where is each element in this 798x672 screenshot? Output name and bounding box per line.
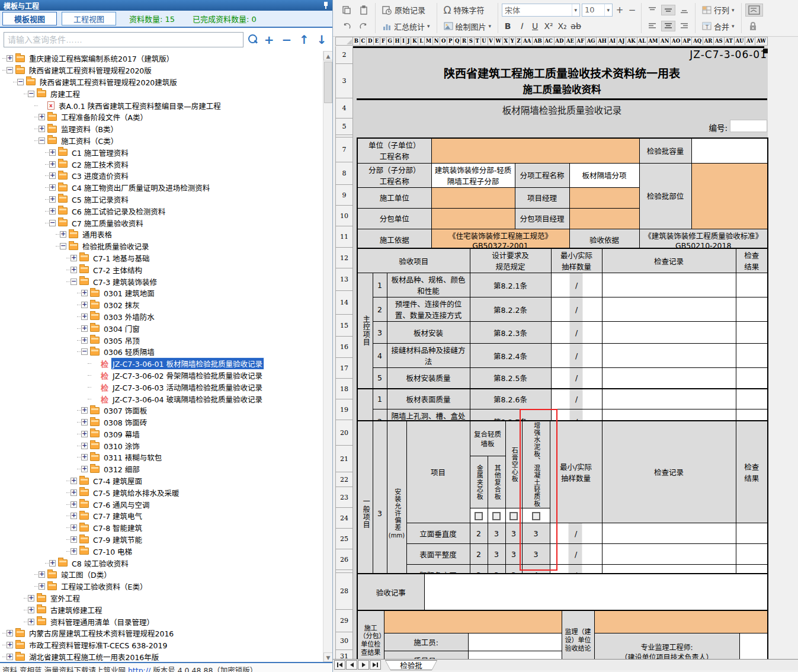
row-header-13[interactable]: 13 bbox=[335, 268, 353, 291]
expand-icon[interactable]: + bbox=[81, 466, 88, 472]
merge-cells-button[interactable]: T 合并▾ bbox=[699, 19, 738, 34]
subcontractor-cell[interactable] bbox=[431, 208, 515, 229]
align-left-button[interactable] bbox=[645, 21, 659, 31]
sampling-cell[interactable]: / bbox=[550, 544, 602, 565]
column-header-X[interactable]: X bbox=[503, 37, 509, 46]
tree-item-label[interactable]: 陕西省建筑工程资料管理规程2020建筑版 bbox=[39, 76, 178, 88]
column-header-AU[interactable]: AU bbox=[735, 37, 746, 46]
tree-item-label[interactable]: C7-8 智能建筑 bbox=[92, 522, 143, 533]
column-header-AR[interactable]: AR bbox=[703, 37, 714, 46]
tree-item-label[interactable]: C7-10 电梯 bbox=[92, 546, 133, 557]
row-header-9[interactable]: 9 bbox=[335, 185, 353, 206]
builder-sign-cell[interactable] bbox=[468, 633, 562, 651]
column-header-I[interactable]: I bbox=[401, 37, 406, 46]
metal-core-checkbox[interactable] bbox=[475, 512, 483, 520]
tree-item[interactable]: +工程竣工验收资料（E类） bbox=[0, 581, 332, 593]
row-header-29[interactable]: 29 bbox=[335, 610, 353, 632]
sampling-cell[interactable]: / bbox=[551, 297, 602, 322]
collapse-icon[interactable]: − bbox=[81, 348, 88, 355]
tree-item[interactable]: +湖北省建筑工程施工统一用表2016年版 bbox=[0, 651, 332, 662]
row-header-5[interactable]: 5 bbox=[335, 119, 353, 135]
font-family-select[interactable]: 宋体▾ bbox=[502, 4, 580, 17]
tree-item[interactable]: +古建筑修建工程 bbox=[0, 604, 332, 616]
tree-item-label[interactable]: 0306 轻质隔墙 bbox=[102, 346, 156, 357]
column-header-Z[interactable]: Z bbox=[516, 37, 523, 46]
tree-item[interactable]: +0308 饰面砖 bbox=[0, 417, 332, 428]
tree-item-label[interactable]: C2 施工技术资料 bbox=[70, 159, 130, 170]
column-header-O[interactable]: O bbox=[440, 37, 447, 46]
column-header-AF[interactable]: AF bbox=[576, 37, 586, 46]
contractor-check-cell[interactable] bbox=[384, 610, 562, 633]
tree-item-label[interactable]: 0304 门窗 bbox=[102, 323, 141, 334]
expand-icon[interactable]: + bbox=[49, 172, 56, 179]
expand-icon[interactable]: + bbox=[7, 55, 13, 62]
underline-button[interactable]: U bbox=[529, 21, 541, 31]
tree-item[interactable]: +C7-10 电梯 bbox=[0, 545, 332, 557]
tree-item[interactable]: +C7-7 建筑电气 bbox=[0, 510, 332, 522]
sampling-cell[interactable]: / bbox=[550, 523, 602, 544]
tree-item-label[interactable]: C3 进度造价资料 bbox=[70, 170, 130, 181]
column-header-G[interactable]: G bbox=[387, 37, 394, 46]
tree-item-label[interactable]: 0312 细部 bbox=[102, 463, 141, 475]
expand-icon[interactable]: + bbox=[70, 478, 77, 484]
expand-icon[interactable]: + bbox=[81, 407, 88, 414]
prev-result-button[interactable]: ↑ bbox=[297, 34, 312, 46]
tree-item-label[interactable]: 古建筑修建工程 bbox=[49, 604, 104, 616]
column-header-AO[interactable]: AO bbox=[671, 37, 682, 46]
column-header-Q[interactable]: Q bbox=[454, 37, 461, 46]
superscript-button[interactable]: X² bbox=[543, 21, 555, 31]
expand-icon[interactable]: + bbox=[49, 208, 56, 215]
collapse-icon[interactable]: − bbox=[60, 243, 66, 249]
tree-item-label[interactable]: 重庆建设工程档案编制系统2017（建筑版） bbox=[28, 53, 175, 64]
result-cell[interactable] bbox=[736, 273, 768, 297]
tree-item-label[interactable]: 0307 饰面板 bbox=[102, 405, 148, 416]
paste-button[interactable] bbox=[356, 4, 371, 17]
column-header-M[interactable]: M bbox=[425, 37, 433, 46]
tree-item-label[interactable]: C7-6 通风与空调 bbox=[92, 499, 151, 510]
tree-item-label[interactable]: 0303 外墙防水 bbox=[102, 311, 156, 322]
tree-item[interactable]: −房建工程 bbox=[0, 88, 332, 100]
tree-item-label[interactable]: 市政工程资料管理标准T-CECS 638-2019 bbox=[28, 639, 168, 651]
align-right-button[interactable] bbox=[677, 21, 691, 31]
record-cell[interactable] bbox=[602, 273, 736, 297]
subscript-button[interactable]: X₂ bbox=[556, 21, 568, 31]
row-header-16[interactable]: 16 bbox=[335, 337, 353, 358]
column-header-AN[interactable]: AN bbox=[659, 37, 671, 46]
expand-icon[interactable]: + bbox=[70, 267, 77, 273]
scrollbar-thumb[interactable] bbox=[324, 62, 332, 103]
column-header-V[interactable]: V bbox=[488, 37, 495, 46]
tree-item-label[interactable]: C6 施工试验记录及检测资料 bbox=[70, 206, 166, 217]
expand-icon[interactable]: + bbox=[70, 536, 77, 543]
tree-item-label[interactable]: 0305 吊顶 bbox=[102, 335, 141, 346]
tree-item[interactable]: +C4 施工物资出厂质量证明及进场检测资料 bbox=[0, 182, 332, 194]
row-header-10[interactable]: 10 bbox=[335, 206, 353, 226]
column-header-J[interactable]: J bbox=[406, 37, 412, 46]
expand-icon[interactable]: + bbox=[81, 443, 88, 449]
expand-icon[interactable]: + bbox=[81, 290, 88, 296]
expand-icon[interactable]: + bbox=[49, 161, 56, 168]
special-characters-button[interactable]: Ω 特殊字符 bbox=[441, 2, 488, 18]
expand-icon[interactable]: + bbox=[39, 571, 45, 578]
tree-item-label[interactable]: 陕西省建筑工程资料管理规程2020版 bbox=[28, 65, 153, 76]
column-header-H[interactable]: H bbox=[394, 37, 402, 46]
row-header-21[interactable]: 21 bbox=[335, 446, 353, 472]
expand-icon[interactable]: + bbox=[7, 654, 13, 660]
column-header-U[interactable]: U bbox=[481, 37, 488, 46]
search-input[interactable] bbox=[4, 32, 243, 47]
expand-icon[interactable]: + bbox=[81, 302, 88, 308]
tree-item[interactable]: +通用表格 bbox=[0, 229, 332, 241]
column-header-AI[interactable]: AI bbox=[608, 37, 617, 46]
expand-icon[interactable]: + bbox=[70, 513, 77, 519]
scroll-down-icon[interactable]: ▼ bbox=[323, 652, 332, 662]
tree-item[interactable]: +监理资料（B类） bbox=[0, 123, 332, 135]
tree-item-label[interactable]: JZ-C7-3-06-01 板材隔墙检验批质量验收记录 bbox=[111, 358, 264, 369]
last-sheet-button[interactable] bbox=[370, 660, 381, 670]
tree-item[interactable]: +C7-2 主体结构 bbox=[0, 264, 332, 276]
tree-item-label[interactable]: 施工资料（C类） bbox=[60, 135, 119, 146]
tree-item-label[interactable]: 房建工程 bbox=[49, 88, 81, 100]
column-header-AG[interactable]: AG bbox=[586, 37, 597, 46]
expand-icon[interactable]: + bbox=[81, 419, 88, 425]
tree-item[interactable]: +0301 建筑地面 bbox=[0, 287, 332, 299]
tree-item[interactable]: +C7-1 地基与基础 bbox=[0, 252, 332, 264]
tree-item[interactable]: +C7-6 通风与空调 bbox=[0, 498, 332, 510]
